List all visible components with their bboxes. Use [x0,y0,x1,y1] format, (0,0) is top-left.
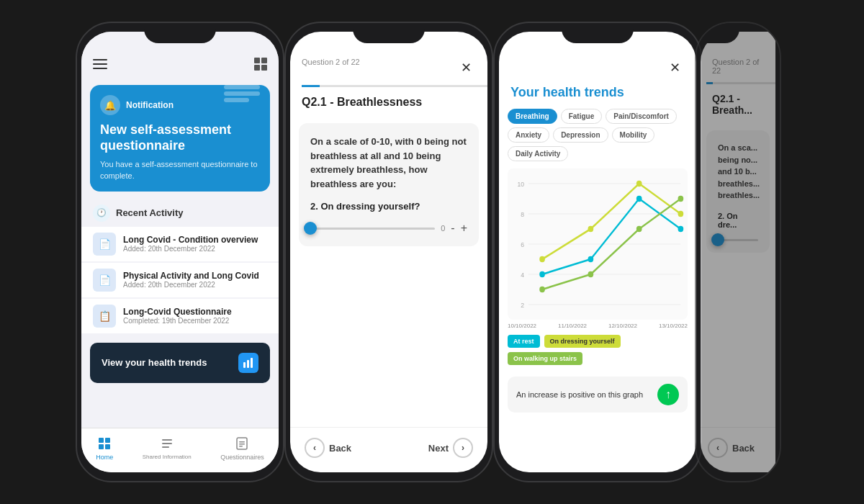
screen-trends: ✕ Your health trends Breathing Fatigue P… [499,32,696,472]
partial-progress-bar [706,82,775,84]
phone-questionnaire: Question 2 of 22 ✕ Q2.1 - Breathlessness… [284,22,493,482]
nav-shared[interactable]: Shared Information [143,436,192,461]
svg-rect-8 [162,443,172,444]
recent-activity-label: 🕐 Recent Activity [81,197,279,226]
chart-area: 10 8 6 4 2 [508,168,688,320]
partial-slider-track [718,239,758,241]
positive-up-icon: ↑ [657,384,679,405]
svg-point-25 [588,256,594,262]
partial-progress-fill [706,82,713,84]
question-sub: 2. On dressing yourself? [310,201,467,212]
svg-rect-1 [247,360,249,368]
filter-tab-fatigue[interactable]: Fatigue [561,109,603,124]
slider-minus[interactable]: - [451,222,454,235]
activity-thumb-3: 📋 [93,305,116,328]
filter-tab-breathing[interactable]: Breathing [508,109,557,124]
next-arrow-icon: › [453,438,473,458]
notification-label: Notification [126,100,174,110]
bottom-navigation: Home Shared Information [81,428,279,472]
svg-point-28 [539,256,545,262]
slider-value: 0 [441,224,445,233]
filter-tab-depression[interactable]: Depression [553,127,608,143]
health-trends-label: View your health trends [102,357,207,368]
health-trends-button[interactable]: View your health trends [90,343,270,383]
legend-row: At rest On dressing yourself On walking … [499,329,696,371]
activity-thumb-2: 📄 [93,269,116,292]
close-button[interactable]: ✕ [456,58,476,78]
svg-rect-0 [243,362,246,368]
notification-description: You have a self-assessment questionnaire… [100,159,260,181]
notification-top: 🔔 Notification [100,95,260,115]
notification-title: New self-assessment questionnaire [100,122,260,153]
activity-item-2[interactable]: 📄 Physical Activity and Long Covid Added… [81,263,279,297]
svg-rect-5 [99,444,104,449]
svg-point-26 [636,196,642,202]
filter-tab-mobility[interactable]: Mobility [612,127,655,143]
questionnaire-icon [234,436,250,451]
partial-question-sub: 2. On dre... [718,212,758,229]
partial-question-card: On a sca...being no...and 10 b...breathl… [706,130,770,253]
phone-trends: ✕ Your health trends Breathing Fatigue P… [493,22,702,482]
svg-text:4: 4 [521,271,524,279]
activity-item-1[interactable]: 📄 Long Covid - Condition overview Added:… [81,227,279,261]
activity-clock-icon: 🕐 [93,204,110,222]
partial-question-text: On a sca...being no...and 10 b...breathl… [718,142,758,202]
home-icon [96,436,112,451]
menu-icon[interactable] [93,59,107,69]
questionnaire-navigation: ‹ Back Next › [290,427,487,472]
svg-text:6: 6 [521,241,524,248]
filter-tab-pain[interactable]: Pain/Discomfort [606,109,677,124]
phones-container: 🔔 Notification New self-assessment quest… [0,0,864,504]
svg-text:8: 8 [521,211,524,218]
nav-questionnaires[interactable]: Questionnaires [220,436,264,461]
chart-icon [238,353,258,373]
svg-point-29 [588,226,594,232]
slider-track[interactable] [310,228,435,230]
nav-home[interactable]: Home [96,436,113,461]
next-button[interactable]: Next › [428,438,473,458]
svg-point-35 [678,196,684,202]
screen-questionnaire-partial: Question 2 of 22 Q2.1 - Breath... On a s… [701,32,775,472]
activity-thumb-1: 📄 [93,233,116,256]
svg-point-32 [539,287,545,292]
shared-icon [159,436,175,451]
partial-slider [718,239,758,241]
trends-close-button[interactable]: ✕ [665,58,685,78]
activity-item-3[interactable]: 📋 Long-Covid Questionnaire Completed: 19… [81,299,279,333]
partial-progress: Question 2 of 22 [712,58,764,75]
svg-text:10: 10 [517,181,524,188]
svg-rect-2 [251,358,253,368]
grid-icon[interactable] [254,58,267,71]
screen-home: 🔔 Notification New self-assessment quest… [81,32,279,472]
slider-plus[interactable]: + [461,222,467,235]
chart-x-labels: 10/10/2022 11/10/2022 12/10/2022 13/10/2… [499,320,696,329]
partial-navigation: ‹ Back [701,427,775,472]
slider-thumb[interactable] [304,222,317,235]
svg-text:2: 2 [521,302,524,309]
notification-card[interactable]: 🔔 Notification New self-assessment quest… [90,85,270,192]
phone-questionnaire-partial: Question 2 of 22 Q2.1 - Breath... On a s… [695,22,781,482]
slider-container: 0 - + [310,222,467,235]
partial-slider-thumb [711,233,724,246]
activity-text-3: Long-Covid Questionnaire Completed: 19th… [123,307,232,325]
svg-point-27 [678,226,684,232]
partial-back-icon: ‹ [708,438,728,458]
partial-question-title: Q2.1 - Breath... [701,93,775,125]
question-title: Q2.1 - Breathlessness [290,96,487,117]
screen-questionnaire: Question 2 of 22 ✕ Q2.1 - Breathlessness… [290,32,487,472]
partial-back-button[interactable]: ‹ Back [708,438,755,458]
back-arrow-icon: ‹ [305,438,325,458]
activity-text-2: Physical Activity and Long Covid Added: … [123,271,259,289]
trends-title: Your health trends [499,85,696,109]
activity-text-1: Long Covid - Condition overview Added: 2… [123,235,258,253]
svg-point-30 [636,181,642,186]
svg-rect-3 [99,438,104,443]
phone-notch-1 [144,23,216,43]
svg-point-33 [588,271,594,277]
filter-tab-anxiety[interactable]: Anxiety [508,127,549,143]
svg-rect-6 [105,444,110,449]
svg-rect-11 [239,441,245,443]
back-button[interactable]: ‹ Back [305,438,351,458]
filter-tab-daily[interactable]: Daily Activity [508,146,568,161]
bell-icon: 🔔 [100,95,120,115]
